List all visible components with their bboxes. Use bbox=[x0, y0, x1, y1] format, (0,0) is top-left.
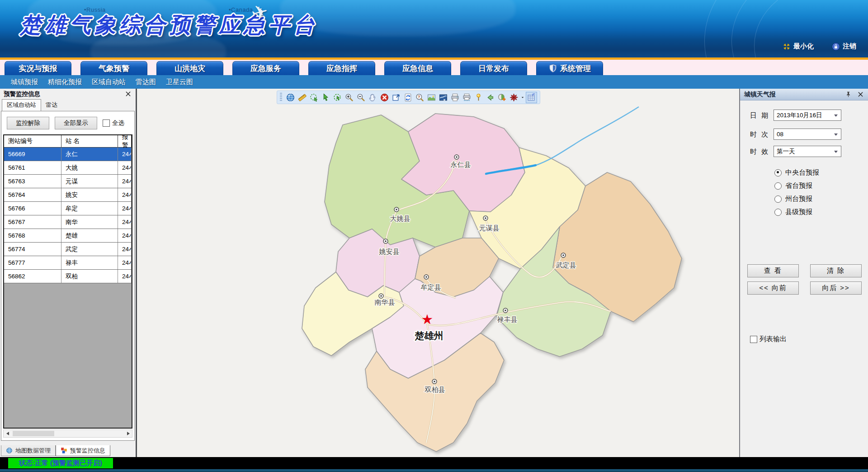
main-nav-tab-3[interactable]: 山洪地灾 bbox=[156, 61, 223, 75]
main-nav-tab-7[interactable]: 日常发布 bbox=[460, 61, 527, 75]
main-nav-tab-8[interactable]: 系统管理 bbox=[536, 61, 603, 75]
county-label: 禄丰县 bbox=[497, 315, 518, 323]
left-panel-tab-1[interactable]: 区域自动站 bbox=[2, 99, 41, 111]
next-button[interactable]: 向后 >> bbox=[810, 281, 862, 295]
subnav-item-5[interactable]: 卫星云图 bbox=[166, 78, 193, 86]
radio-button[interactable] bbox=[774, 195, 782, 203]
identify-icon[interactable]: ? bbox=[414, 92, 425, 103]
shield-icon bbox=[548, 64, 557, 73]
list-output-checkbox[interactable]: 列表输出 bbox=[750, 335, 787, 343]
pin-icon[interactable] bbox=[845, 91, 852, 98]
caret-down-icon[interactable] bbox=[520, 92, 525, 103]
radio-button[interactable] bbox=[774, 169, 782, 176]
checkbox-box[interactable] bbox=[103, 119, 110, 127]
subnav-item-2[interactable]: 精细化预报 bbox=[48, 78, 82, 86]
hour-select[interactable]: 08 bbox=[774, 129, 841, 140]
map-view[interactable]: 大姚县永仁县元谋县武定县姚安县牟定县南华县禄丰县双柏县★楚雄州 ? bbox=[137, 89, 739, 457]
radio-option-2[interactable]: 省台预报 bbox=[774, 181, 812, 190]
basemap-image-icon[interactable] bbox=[426, 92, 437, 103]
period-select[interactable]: 第一天 bbox=[774, 146, 841, 157]
show-all-button[interactable]: 全部显示 bbox=[55, 117, 97, 129]
table-row[interactable]: 56767南华24小 bbox=[4, 215, 132, 229]
subnav-item-4[interactable]: 雷达图 bbox=[136, 78, 156, 86]
view-button[interactable]: 查 看 bbox=[747, 264, 799, 277]
table-row[interactable]: 56774武定24小 bbox=[4, 243, 132, 256]
select-polygon-icon[interactable] bbox=[308, 92, 320, 103]
toolbar-grip[interactable] bbox=[280, 93, 282, 102]
checkbox-box[interactable] bbox=[750, 336, 757, 343]
table-cell: 56777 bbox=[4, 256, 61, 269]
main-nav-tab-5[interactable]: 应急指挥 bbox=[308, 61, 375, 75]
horizontal-scrollbar[interactable] bbox=[3, 429, 132, 438]
measure-icon[interactable] bbox=[297, 92, 308, 103]
town-marker bbox=[424, 275, 429, 279]
table-cell: 双柏 bbox=[61, 270, 118, 283]
print-preview-icon[interactable] bbox=[461, 92, 472, 103]
column-header-1: 测站编号 bbox=[4, 135, 61, 147]
radio-option-1[interactable]: 中央台预报 bbox=[774, 168, 819, 177]
add-overlay-icon[interactable] bbox=[496, 92, 508, 103]
table-cell: 24小 bbox=[118, 229, 132, 242]
locate-pin-icon[interactable] bbox=[473, 92, 484, 103]
table-cell: 姚安 bbox=[61, 188, 118, 201]
table-row[interactable]: 56763元谋24小 bbox=[4, 175, 132, 188]
left-panel-tab-2[interactable]: 雷达 bbox=[41, 100, 62, 111]
clear-button[interactable]: 清 除 bbox=[810, 264, 862, 277]
radio-option-4[interactable]: 县级预报 bbox=[774, 208, 812, 216]
pan-hand-icon[interactable] bbox=[367, 92, 378, 103]
table-row[interactable]: 56768楚雄24小 bbox=[4, 229, 132, 243]
zoom-extent-icon[interactable] bbox=[391, 92, 402, 103]
main-nav-tab-6[interactable]: 应急信息 bbox=[384, 61, 451, 75]
station-table-header: 测站编号站 名报警 bbox=[4, 135, 132, 148]
select-arrow-icon[interactable] bbox=[320, 92, 331, 103]
scroll-left-arrow[interactable] bbox=[4, 430, 11, 437]
table-row[interactable]: 56777禄丰24小 bbox=[4, 256, 132, 270]
date-select[interactable]: 2013年10月16日 bbox=[774, 110, 841, 121]
warning-flash-icon[interactable] bbox=[508, 92, 519, 103]
radio-button[interactable] bbox=[774, 182, 782, 190]
prev-button[interactable]: << 向前 bbox=[747, 281, 799, 295]
print-icon[interactable] bbox=[449, 92, 461, 103]
table-row[interactable]: 56862双柏24小 bbox=[4, 270, 132, 283]
zoom-in-icon[interactable] bbox=[344, 92, 355, 103]
scroll-right-arrow[interactable] bbox=[124, 430, 132, 437]
county-label: 武定县 bbox=[556, 261, 576, 269]
close-icon[interactable] bbox=[857, 91, 864, 98]
export-map-icon[interactable] bbox=[438, 92, 449, 103]
main-nav-tab-label: 应急服务 bbox=[250, 63, 281, 74]
monitor-squares-icon bbox=[61, 447, 67, 454]
table-cell: 24小 bbox=[118, 175, 132, 188]
logout-button[interactable]: 注销 bbox=[832, 42, 856, 51]
globe-small-icon bbox=[6, 447, 13, 454]
dock-tab-2[interactable]: 预警监控信息 bbox=[56, 445, 110, 456]
radio-option-3[interactable]: 州台预报 bbox=[774, 195, 812, 203]
release-monitor-button[interactable]: 监控解除 bbox=[7, 117, 49, 129]
zoom-out-icon[interactable] bbox=[355, 92, 367, 103]
chevron-down-icon bbox=[834, 151, 838, 153]
main-nav-tab-2[interactable]: 气象预警 bbox=[80, 61, 147, 75]
subnav-item-3[interactable]: 区域自动站 bbox=[92, 78, 126, 86]
table-row[interactable]: 56764姚安24小 bbox=[4, 188, 132, 202]
main-nav-tab-1[interactable]: 实况与预报 bbox=[5, 61, 71, 75]
prefecture-label: 楚雄州 bbox=[415, 330, 443, 341]
close-icon[interactable] bbox=[125, 91, 132, 98]
select-circle-icon[interactable] bbox=[332, 92, 343, 103]
layer-grid-icon[interactable] bbox=[526, 92, 537, 103]
scrollbar-thumb[interactable] bbox=[13, 431, 54, 436]
globe-icon[interactable] bbox=[285, 92, 296, 103]
stop-icon[interactable] bbox=[379, 92, 390, 103]
refresh-icon[interactable] bbox=[402, 92, 414, 103]
subnav-item-1[interactable]: 城镇预报 bbox=[11, 78, 38, 86]
table-row[interactable]: 56669永仁24小 bbox=[4, 148, 132, 161]
dock-tab-1[interactable]: 地图数据管理 bbox=[1, 445, 56, 456]
radio-button[interactable] bbox=[774, 209, 782, 216]
main-nav-tab-label: 应急信息 bbox=[402, 63, 433, 74]
main-nav-tab-4[interactable]: 应急服务 bbox=[232, 61, 299, 75]
table-cell: 56768 bbox=[4, 229, 61, 242]
select-all-checkbox[interactable]: 全选 bbox=[103, 119, 124, 127]
right-panel-title: 城镇天气报 bbox=[744, 91, 776, 99]
table-row[interactable]: 56761大姚24小 bbox=[4, 161, 132, 175]
minimize-button[interactable]: 最小化 bbox=[783, 42, 814, 51]
table-row[interactable]: 56766牟定24小 bbox=[4, 202, 132, 215]
back-arrow-icon[interactable] bbox=[485, 92, 496, 103]
